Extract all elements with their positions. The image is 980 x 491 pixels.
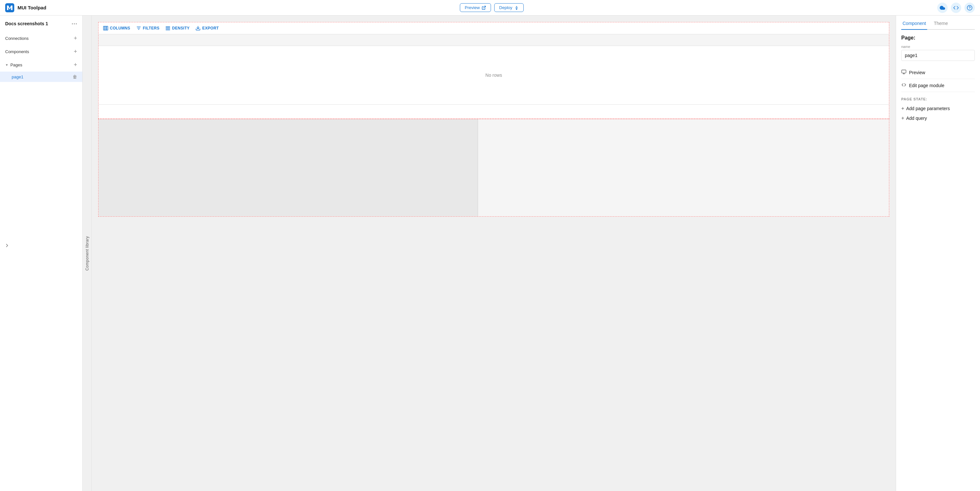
monitor-icon	[901, 69, 907, 75]
add-page-button[interactable]: +	[73, 62, 77, 68]
topbar: MUI Toolpad Preview Deploy	[0, 0, 980, 16]
app-logo	[5, 3, 14, 12]
sidebar-item-components[interactable]: Components +	[0, 45, 82, 58]
rocket-icon	[514, 5, 519, 10]
sidebar-item-connections[interactable]: Connections +	[0, 32, 82, 45]
deploy-button[interactable]: Deploy	[494, 3, 523, 12]
topbar-center: Preview Deploy	[460, 3, 524, 12]
filters-icon	[136, 25, 141, 31]
topbar-left: MUI Toolpad	[5, 3, 46, 12]
bottom-right-panel	[478, 119, 889, 216]
preview-action[interactable]: Preview	[901, 66, 975, 79]
tab-component[interactable]: Component	[901, 21, 927, 30]
density-icon	[165, 25, 170, 31]
plus-icon-params: +	[901, 106, 904, 111]
export-button[interactable]: EXPORT	[196, 25, 219, 31]
main-layout: Docs screenshots 1 ⋯ Connections + Compo…	[0, 16, 980, 491]
svg-rect-16	[902, 70, 906, 73]
pages-label: Pages	[10, 62, 22, 67]
svg-rect-5	[103, 26, 105, 30]
add-component-button[interactable]: +	[73, 48, 77, 55]
bottom-left-panel	[99, 119, 478, 216]
tab-theme-label: Theme	[934, 21, 948, 26]
cloud-button[interactable]	[937, 3, 948, 13]
delete-page-button[interactable]: 🗑	[73, 74, 77, 79]
external-link-icon	[482, 5, 486, 10]
deploy-label: Deploy	[499, 5, 512, 10]
preview-label: Preview	[465, 5, 480, 10]
components-label: Components	[5, 49, 29, 54]
page1-label: page1	[12, 75, 23, 79]
component-library-label: Component library	[85, 236, 89, 271]
columns-label: COLUMNS	[110, 26, 130, 30]
datagrid-footer-row	[99, 104, 889, 119]
component-library-panel[interactable]: Component library	[83, 16, 92, 491]
app-title: MUI Toolpad	[18, 5, 46, 10]
preview-action-label: Preview	[909, 70, 925, 75]
topbar-right	[937, 3, 975, 13]
bottom-widget[interactable]	[98, 119, 889, 217]
svg-rect-7	[107, 26, 108, 30]
page-state-title: PAGE STATE:	[901, 97, 975, 101]
edit-page-module-action[interactable]: Edit page module	[901, 79, 975, 92]
sidebar-header: Docs screenshots 1 ⋯	[0, 16, 82, 32]
add-query-label: Add query	[906, 116, 927, 121]
code-svg	[901, 82, 907, 87]
datagrid-header-row	[99, 34, 889, 46]
right-panel-tabs: Component Theme	[901, 21, 975, 30]
code-button[interactable]	[951, 3, 961, 13]
help-button[interactable]	[964, 3, 975, 13]
sidebar-item-pages[interactable]: ▼ Pages +	[0, 58, 82, 72]
code-brackets-icon	[901, 82, 907, 88]
plus-icon-query: +	[901, 115, 904, 121]
add-page-parameters-label: Add page parameters	[906, 106, 950, 111]
tab-component-label: Component	[902, 21, 926, 26]
add-page-parameters-button[interactable]: + Add page parameters	[901, 104, 975, 113]
density-button[interactable]: DENSITY	[165, 25, 189, 31]
export-label: EXPORT	[202, 26, 219, 30]
cloud-icon	[940, 5, 945, 11]
canvas-area: COLUMNS FILTERS	[92, 16, 896, 491]
filters-label: FILTERS	[143, 26, 159, 30]
code-icon	[953, 5, 959, 11]
columns-button[interactable]: COLUMNS	[103, 25, 130, 31]
density-label: DENSITY	[172, 26, 189, 30]
help-icon	[967, 5, 972, 11]
sidebar: Docs screenshots 1 ⋯ Connections + Compo…	[0, 16, 83, 491]
expand-icon	[5, 243, 8, 248]
svg-rect-0	[5, 3, 14, 12]
sidebar-item-page1[interactable]: page1 🗑	[0, 72, 82, 82]
right-panel: Component Theme Page: name Preview	[896, 16, 980, 491]
add-query-button[interactable]: + Add query	[901, 113, 975, 123]
project-name: Docs screenshots 1	[5, 21, 48, 26]
svg-point-2	[516, 7, 517, 8]
connections-label: Connections	[5, 36, 29, 41]
preview-button[interactable]: Preview	[460, 3, 491, 12]
svg-line-1	[484, 6, 485, 8]
datagrid-body: No rows	[99, 46, 889, 104]
datagrid-toolbar: COLUMNS FILTERS	[99, 22, 889, 34]
columns-icon	[103, 25, 108, 31]
name-label: name	[901, 45, 975, 49]
tab-theme[interactable]: Theme	[932, 21, 949, 30]
filters-button[interactable]: FILTERS	[136, 25, 159, 31]
svg-rect-6	[105, 26, 106, 30]
export-icon	[196, 25, 200, 31]
page-section-title: Page:	[901, 35, 975, 41]
pages-chevron-icon: ▼	[5, 63, 8, 67]
page-name-input[interactable]	[901, 50, 975, 61]
edit-page-module-label: Edit page module	[909, 83, 944, 88]
datagrid-widget[interactable]: COLUMNS FILTERS	[98, 22, 889, 119]
add-connection-button[interactable]: +	[73, 35, 77, 42]
sidebar-more-menu[interactable]: ⋯	[71, 20, 77, 27]
monitor-svg	[901, 69, 907, 75]
no-rows-text: No rows	[485, 73, 502, 78]
pages-header-left: ▼ Pages	[5, 62, 22, 67]
